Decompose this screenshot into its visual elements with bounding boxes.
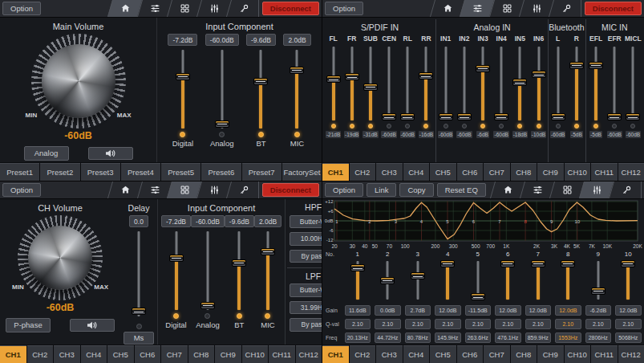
- eq-band-slider-3[interactable]: [408, 259, 427, 301]
- tab-ch12[interactable]: CH12: [618, 163, 644, 181]
- slider-value-badge[interactable]: -60.0dB: [191, 215, 225, 227]
- eq-freq-badge-3[interactable]: 80.78Hz: [405, 332, 431, 343]
- channel-volume-knob[interactable]: MIN MAX: [18, 215, 103, 300]
- mute-button[interactable]: [88, 147, 133, 160]
- eq-band-slider-5[interactable]: [468, 259, 488, 301]
- tab-ch7[interactable]: CH7: [484, 345, 510, 363]
- eq-gain-badge-4[interactable]: 12.0dB: [435, 305, 461, 316]
- slider-handle[interactable]: [200, 302, 215, 309]
- delay-unit-button[interactable]: Ms: [124, 332, 154, 345]
- preset-button-preset1[interactable]: Preset1: [0, 163, 39, 181]
- eq-band-slider-6[interactable]: [498, 259, 517, 301]
- knob-face[interactable]: [28, 226, 92, 290]
- hpf-bypass-button[interactable]: By pass: [290, 250, 322, 263]
- toolbar-key-icon[interactable]: [549, 0, 583, 17]
- slider-handle[interactable]: [457, 113, 472, 120]
- slider-handle[interactable]: [569, 62, 584, 69]
- toolbar-key-icon[interactable]: [609, 182, 643, 198]
- eq-q-badge-2[interactable]: 2.10: [375, 319, 401, 329]
- eq-q-badge-4[interactable]: 2.10: [435, 319, 461, 329]
- toolbar-home-icon[interactable]: [107, 182, 142, 198]
- eq-freq-badge-5[interactable]: 263.6Hz: [465, 332, 492, 343]
- slider-analog[interactable]: [198, 230, 217, 312]
- tab-ch8[interactable]: CH8: [511, 163, 537, 181]
- option-button[interactable]: Option: [2, 183, 41, 198]
- slider-micl[interactable]: [623, 45, 642, 122]
- slider-efl[interactable]: [586, 45, 606, 122]
- lpf-bypass-button[interactable]: By pass: [290, 318, 322, 332]
- slider-in1[interactable]: [436, 45, 456, 122]
- slider-handle[interactable]: [551, 113, 565, 120]
- tab-ch6[interactable]: CH6: [457, 163, 484, 181]
- p-phase-button[interactable]: P-phase: [6, 318, 51, 332]
- tab-ch4[interactable]: CH4: [403, 163, 430, 181]
- preset-button-preset4[interactable]: Preset4: [121, 163, 160, 181]
- disconnect-button[interactable]: Disconnect: [262, 183, 319, 198]
- toolbar-grid-icon[interactable]: [167, 182, 201, 198]
- link-button[interactable]: Link: [367, 183, 396, 198]
- eq-q-badge-6[interactable]: 2.10: [495, 319, 521, 329]
- slider-handle[interactable]: [607, 113, 622, 120]
- slider-handle[interactable]: [215, 120, 229, 128]
- delay-value-badge[interactable]: 0.0: [129, 215, 148, 227]
- tab-ch8[interactable]: CH8: [188, 345, 215, 363]
- eq-q-badge-10[interactable]: 2.10: [615, 319, 642, 329]
- tab-ch11[interactable]: CH11: [269, 345, 295, 363]
- tab-ch3[interactable]: CH3: [376, 345, 403, 363]
- eq-band-slider-4[interactable]: [438, 259, 457, 301]
- eq-band-slider-10[interactable]: [618, 259, 638, 301]
- slider-r[interactable]: [567, 45, 586, 122]
- disconnect-button[interactable]: Disconnect: [262, 2, 319, 16]
- slider-handle[interactable]: [382, 113, 396, 120]
- toolbar-grid-icon[interactable]: [549, 182, 584, 198]
- delay-slider[interactable]: [129, 230, 148, 318]
- lpf-freq-button[interactable]: 31.99Hz: [290, 301, 322, 315]
- eq-freq-badge-4[interactable]: 145.9Hz: [435, 332, 461, 343]
- slider-handle[interactable]: [591, 288, 606, 295]
- hpf-freq-button[interactable]: 10.00Hz: [290, 232, 322, 246]
- tab-ch2[interactable]: CH2: [350, 345, 376, 363]
- slider-handle[interactable]: [532, 71, 546, 78]
- eq-freq-badge-10[interactable]: 5068Hz: [615, 332, 642, 343]
- tab-ch11[interactable]: CH11: [591, 163, 618, 181]
- eq-band-slider-1[interactable]: [348, 259, 367, 301]
- slider-rr[interactable]: [416, 45, 435, 122]
- preset-button-preset7[interactable]: Preset7: [242, 163, 281, 181]
- eq-freq-badge-7[interactable]: 859.9Hz: [525, 332, 552, 343]
- slider-handle[interactable]: [626, 113, 640, 120]
- slider-handle[interactable]: [345, 73, 359, 80]
- copy-button[interactable]: Copy: [399, 183, 433, 198]
- eq-gain-badge-2[interactable]: 0.0dB: [375, 305, 401, 316]
- slider-analog[interactable]: [213, 48, 232, 130]
- knob-face[interactable]: [42, 44, 115, 118]
- slider-handle[interactable]: [500, 260, 515, 267]
- slider-handle[interactable]: [261, 248, 275, 255]
- toolbar-home-icon[interactable]: [490, 182, 525, 198]
- slider-value-badge[interactable]: -7.2dB: [161, 215, 191, 227]
- eq-gain-badge-7[interactable]: 12.0dB: [525, 305, 552, 316]
- tab-ch9[interactable]: CH9: [537, 163, 564, 181]
- toolbar-home-icon[interactable]: [107, 0, 142, 17]
- toolbar-grid-icon[interactable]: [167, 0, 201, 17]
- eq-freq-badge-1[interactable]: 20.13Hz: [345, 332, 371, 343]
- slider-bt[interactable]: [229, 230, 249, 312]
- slider-handle[interactable]: [290, 67, 304, 74]
- tab-ch2[interactable]: CH2: [350, 163, 376, 181]
- tab-ch11[interactable]: CH11: [591, 345, 618, 363]
- hpf-type-button[interactable]: Butter-W: [290, 215, 322, 229]
- reset-eq-button[interactable]: Reset EQ: [437, 183, 486, 198]
- tab-ch10[interactable]: CH10: [242, 345, 269, 363]
- tab-ch3[interactable]: CH3: [376, 163, 403, 181]
- tab-ch4[interactable]: CH4: [81, 345, 107, 363]
- eq-band-slider-8[interactable]: [558, 259, 577, 301]
- slider-rl[interactable]: [398, 45, 417, 122]
- tab-ch9[interactable]: CH9: [215, 345, 241, 363]
- tab-ch1[interactable]: CH1: [322, 345, 349, 363]
- slider-handle[interactable]: [476, 65, 490, 72]
- eq-q-badge-7[interactable]: 2.10: [525, 319, 552, 329]
- preset-button-factoryset[interactable]: FactorySet: [282, 163, 322, 181]
- slider-handle[interactable]: [363, 84, 378, 91]
- tab-ch4[interactable]: CH4: [403, 345, 430, 363]
- slider-handle[interactable]: [471, 293, 485, 300]
- tab-ch10[interactable]: CH10: [565, 163, 591, 181]
